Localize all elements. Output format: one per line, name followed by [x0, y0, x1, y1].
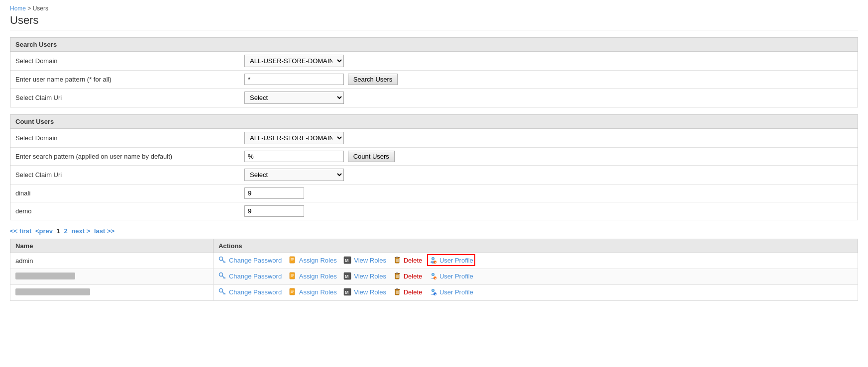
pagination-first[interactable]: << first	[10, 227, 31, 235]
count-users-demo-row: demo	[10, 202, 858, 220]
search-users-claim-row: Select Claim Uri Select	[10, 89, 858, 107]
svg-rect-11	[396, 257, 398, 258]
page-title: Users	[10, 14, 858, 30]
view-roles-link-2[interactable]: M View Roles	[343, 272, 386, 280]
assign-roles-icon	[289, 256, 297, 264]
svg-rect-44	[291, 291, 294, 292]
svg-rect-26	[291, 276, 293, 277]
change-password-icon-3	[218, 288, 226, 296]
pagination-last[interactable]: last >>	[94, 227, 114, 235]
users-table-name-header: Name	[10, 239, 214, 253]
search-users-panel: Search Users Select Domain ALL-USER-STOR…	[10, 37, 858, 107]
svg-rect-31	[396, 273, 398, 274]
count-users-pattern-input[interactable]	[244, 151, 344, 162]
count-users-domain-label: Select Domain	[10, 129, 239, 148]
pagination-next[interactable]: next >	[71, 227, 90, 235]
count-users-pattern-label: Enter search pattern (applied on user na…	[10, 148, 239, 166]
svg-point-20	[219, 273, 222, 276]
change-password-link-2[interactable]: Change Password	[218, 272, 282, 280]
assign-roles-link-admin[interactable]: Assign Roles	[289, 256, 337, 264]
delete-icon	[393, 256, 401, 264]
svg-point-55	[432, 289, 434, 291]
view-roles-link-3[interactable]: M View Roles	[343, 288, 386, 296]
change-password-link-admin[interactable]: Change Password	[218, 256, 282, 264]
user-profile-icon: ✦	[429, 256, 437, 264]
count-users-claim-row: Select Claim Uri Select	[10, 166, 858, 184]
svg-rect-25	[291, 275, 294, 276]
count-users-claim-select[interactable]: Select	[244, 169, 344, 181]
user-profile-link-admin[interactable]: ✦ User Profile	[429, 256, 473, 264]
svg-rect-50	[396, 288, 398, 289]
count-users-domain-row: Select Domain ALL-USER-STORE-DOMAINS ▼ P…	[10, 129, 858, 148]
assign-roles-link-2[interactable]: Assign Roles	[289, 272, 337, 280]
user-profile-link-3[interactable]: ✦ User Profile	[429, 288, 473, 296]
search-users-pattern-label: Enter user name pattern (* for all)	[10, 71, 239, 89]
count-users-panel-title: Count Users	[10, 115, 858, 129]
redacted-name-bar-2	[15, 288, 90, 295]
change-password-link-3[interactable]: Change Password	[218, 288, 282, 296]
users-table: Name Actions admin Change Password	[10, 239, 858, 301]
svg-rect-5	[291, 260, 294, 260]
svg-text:M: M	[345, 290, 349, 295]
user-name-redacted-2	[10, 285, 214, 301]
svg-point-36	[432, 274, 434, 275]
breadcrumb-home-link[interactable]: Home	[10, 5, 26, 12]
svg-rect-4	[291, 258, 294, 259]
user-actions-admin: Change Password Assign Roles M	[213, 253, 858, 269]
pagination-prev[interactable]: <prev	[35, 227, 53, 235]
assign-roles-icon-3	[289, 288, 297, 296]
user-profile-link-2[interactable]: ✦ User Profile	[429, 272, 473, 280]
svg-rect-2	[223, 262, 225, 263]
svg-rect-45	[291, 292, 293, 293]
svg-rect-6	[291, 261, 293, 261]
count-users-domain-select[interactable]: ALL-USER-STORE-DOMAINS ▼ PRIMARY SECONDA…	[244, 132, 344, 144]
delete-link-2[interactable]: Delete	[393, 272, 423, 280]
search-users-pattern-input[interactable]	[244, 74, 344, 85]
change-password-icon	[218, 256, 226, 264]
view-roles-icon-3: M	[343, 288, 351, 296]
svg-text:✦: ✦	[434, 277, 436, 280]
search-users-pattern-row: Enter user name pattern (* for all) Sear…	[10, 71, 858, 89]
count-users-panel: Count Users Select Domain ALL-USER-STORE…	[10, 114, 858, 220]
users-table-actions-header: Actions	[213, 239, 858, 253]
breadcrumb-separator: >	[27, 5, 32, 12]
breadcrumb-current: Users	[33, 5, 48, 12]
assign-roles-link-3[interactable]: Assign Roles	[289, 288, 337, 296]
user-name-redacted-1	[10, 269, 214, 285]
svg-rect-41	[223, 293, 225, 294]
search-users-domain-label: Select Domain	[10, 52, 239, 71]
search-users-claim-select[interactable]: Select	[244, 92, 344, 104]
pagination-page-1[interactable]: 1	[57, 227, 60, 235]
delete-link-3[interactable]: Delete	[393, 288, 423, 296]
search-users-claim-label: Select Claim Uri	[10, 89, 239, 107]
delete-icon-2	[393, 272, 401, 280]
pagination-page-2[interactable]: 2	[64, 227, 68, 235]
table-row: Change Password Assign Roles M	[10, 285, 858, 301]
delete-link-admin[interactable]: Delete	[393, 256, 423, 264]
user-actions-redacted-1: Change Password Assign Roles M	[213, 269, 858, 285]
svg-text:M: M	[345, 274, 349, 279]
user-actions-redacted-2: Change Password Assign Roles M	[213, 285, 858, 301]
redacted-name-bar-1	[15, 273, 75, 279]
search-users-panel-title: Search Users	[10, 38, 858, 52]
breadcrumb: Home > Users	[10, 5, 858, 12]
search-users-domain-row: Select Domain ALL-USER-STORE-DOMAINS ▼ P…	[10, 52, 858, 71]
assign-roles-icon-2	[289, 272, 297, 280]
search-users-domain-select[interactable]: ALL-USER-STORE-DOMAINS ▼ PRIMARY SECONDA…	[244, 55, 344, 67]
svg-point-39	[219, 289, 222, 292]
count-users-demo-value	[244, 205, 304, 217]
count-users-demo-label: demo	[10, 202, 239, 220]
svg-point-0	[219, 257, 222, 261]
search-users-button[interactable]: Search Users	[348, 74, 398, 85]
table-row: Change Password Assign Roles M	[10, 269, 858, 285]
user-profile-icon-2: ✦	[429, 272, 437, 280]
count-users-dinali-label: dinali	[10, 184, 239, 202]
table-row: admin Change Password	[10, 253, 858, 269]
view-roles-link-admin[interactable]: M View Roles	[343, 256, 386, 264]
count-users-dinali-value	[244, 187, 304, 199]
count-users-button[interactable]: Count Users	[348, 151, 395, 162]
count-users-pattern-row: Enter search pattern (applied on user na…	[10, 148, 858, 166]
count-users-claim-label: Select Claim Uri	[10, 166, 239, 184]
svg-text:M: M	[345, 258, 349, 263]
delete-icon-3	[393, 288, 401, 296]
